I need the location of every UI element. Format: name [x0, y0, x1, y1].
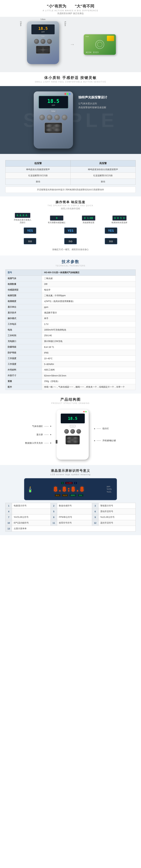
hero-tagline: "小"有所为 "大"有不同: [5, 4, 136, 9]
tech-r2-label: 传感器类型: [5, 287, 42, 293]
tech-r13-label: 防护等级: [5, 350, 42, 356]
legend-num-5: 5: [50, 509, 57, 515]
tech-r19-val: 挎绳一根-一-，气体传感器一一，腕绳一一，鳄鱼夹一个，综绳固定片一个，吊带一个: [42, 384, 136, 390]
tech-r16-label: 外壳材料: [5, 367, 42, 373]
tech-r10-label: 工作时间: [5, 333, 42, 339]
yn-display-yes-3: YES: [105, 227, 117, 234]
yn-display-yes-1: YES: [24, 227, 36, 234]
op-screen-1: 8.8.8.8. 开机状态显示直观人员指引: [14, 213, 32, 224]
tech-r17-val: 92mm×58mm×28.5mm: [42, 373, 136, 378]
tech-r3-label: 检测范围: [5, 293, 42, 299]
tech-r15-label: 工作湿度: [5, 362, 42, 367]
product-images-section: 5.8cm 9.2cm 2.5cm 18.5 ppm hdar: [0, 17, 141, 72]
brand-label-1: hdar: [27, 35, 59, 37]
structure-device: 18.5 hdar: [57, 410, 89, 460]
lcd-display-visual: ⚡ S ALARM C 8.8:8.8 AL-L AL-H ZERO CAL: [24, 478, 117, 500]
op-label-4: 检测加快浓度选择: [111, 221, 127, 224]
feature-section: 体小质轻 手感舒适 按键灵敏 SMALL LIGHT HAND FEEL COM…: [0, 72, 141, 86]
annotation-indicator: 指示灯: [102, 427, 109, 430]
tech-r14-val: 10~40°C: [42, 356, 136, 362]
tech-r8-val: 3.7V: [42, 321, 136, 327]
lcd-indicator-al-l: AL-L: [55, 494, 60, 496]
alarm-desc-text: 让气体浓度从达到高低报警值时能够迅速提醒: [78, 102, 107, 110]
op-display-3: 0 1:00: [82, 216, 95, 220]
tech-r18-label: 重量: [5, 378, 42, 384]
card-photo: 4224 3323 VISA: [84, 34, 116, 55]
legend-desc-5: [57, 509, 92, 515]
annotation-sensor-area: 气体传感区: [32, 425, 43, 428]
device-unit: ppm: [41, 31, 45, 33]
tech-r4-label: 检测精度: [5, 299, 42, 304]
legend-desc-7: %VOL单位符号: [12, 515, 50, 520]
tech-model-label: 型号: [5, 270, 42, 276]
tech-r7-label: 操作模式: [5, 316, 42, 321]
operation-title-en: THE OPERATION IS SIMPLE AND QUICK: [4, 205, 137, 207]
legend-num-2: 2: [50, 503, 57, 509]
large-btn-1[interactable]: [39, 115, 45, 120]
op-screen-2: 0 有关测量传感器确认: [48, 216, 66, 224]
lcd-indicator-alarm: ALARM: [65, 482, 73, 484]
alarm-row-3-high: 振动: [71, 179, 136, 185]
tech-params-table: 型号 HG-MX-C01四一体便携式气体检测仪 检测气体二氧化碳 检测数量2种 …: [5, 270, 136, 390]
yn-display-yes-2: YES: [64, 227, 77, 234]
legend-desc-12: 遥控开启符号: [99, 520, 136, 526]
device-button-3[interactable]: [47, 39, 52, 44]
legend-num-8: 8: [50, 515, 57, 520]
legend-desc-3: 警报显示符号: [99, 503, 136, 509]
lcd-title-en: LCD screen logo symbol meaning: [5, 473, 136, 475]
op-display-2: 0: [50, 216, 63, 220]
lcd-section: 液晶显示屏标识符号意义 LCD screen logo symbol meani…: [0, 465, 141, 535]
operation-subtitle: 按照人性化操作流程: [4, 207, 137, 210]
large-btn-4[interactable]: [62, 115, 67, 120]
tagline-sub-en: 先进的安全保护 放正在身边: [5, 12, 136, 15]
large-btn-2[interactable]: [47, 115, 52, 120]
lcd-title-cn: 液晶显示屏标识符号意义: [5, 469, 136, 473]
tech-title-cn: 技术参数: [5, 259, 136, 265]
tech-r8-label: 工作电压: [5, 321, 42, 327]
yn-yes-1: YES: [24, 227, 36, 234]
tech-r3-val: 二氧化氮：0-5000ppm: [42, 293, 136, 299]
tech-r11-label: 充电接口: [5, 339, 42, 344]
legend-desc-10: 经气流功能符号: [12, 520, 50, 526]
alarm-comparison-table: 低报警 高报警 蜂鸣器发出高频度报警声 蜂鸣器更加快发出高频度报警声 红蓝提醒警…: [5, 160, 136, 185]
device-button-2[interactable]: [40, 39, 45, 44]
struct-btn-1[interactable]: [64, 429, 69, 434]
tech-r1-label: 检测数量: [5, 281, 42, 287]
tech-r2-val: 电化学: [42, 287, 136, 293]
device-photo-1: 5.8cm 9.2cm 2.5cm 18.5 ppm hdar: [25, 21, 61, 68]
low-alarm-header: 低报警: [5, 160, 71, 166]
struct-brand: hdar: [70, 425, 75, 427]
legend-num-1: 1: [5, 503, 12, 509]
tech-r6-label: 显示技术: [5, 310, 42, 316]
large-btn-3[interactable]: [54, 115, 60, 120]
legend-num-10: 10: [5, 520, 12, 526]
structure-annotations-right: 指示灯 开机键/确认键: [94, 427, 116, 442]
yn-display-no-2: no: [64, 238, 77, 244]
tech-r9-label: 电池: [5, 327, 42, 333]
legend-desc-2: 数值传感符号: [57, 503, 92, 509]
legend-desc-8: PPM单位符号: [57, 515, 92, 520]
alarm-row-2-high: 红蓝提醒警示灯闪烁: [71, 173, 136, 179]
annotation-power-btn: 开机键/确认键: [102, 439, 116, 442]
confirm-note: 按确定方式一键完、感觉安全放全放心: [4, 247, 137, 252]
tech-r12-label: 防爆等级: [5, 344, 42, 350]
lcd-indicator-al-h: AL-H: [62, 494, 68, 496]
alarm-row-2-low: 红蓝提醒警示灯闪烁: [5, 173, 71, 179]
lcd-indicator-c: C: [74, 482, 77, 484]
alarm-row-3-low: 振动: [5, 179, 71, 185]
yn-display-no-1: no: [24, 238, 36, 244]
struct-btn-3[interactable]: [76, 429, 81, 434]
lcd-indicator-zero: ZERO: [70, 494, 76, 496]
tech-r7-val: 单手: [42, 316, 136, 321]
tech-r10-val: 250小时: [42, 333, 136, 339]
op-screen-3: 0 1:00 高低报警设置: [82, 216, 95, 224]
alarm-row-1-high: 蜂鸣器更加快发出高频度报警声: [71, 166, 136, 173]
op-label-1: 开机状态显示直观人员指引: [14, 219, 32, 224]
operation-title-cn: 操作简单 响应迅速: [4, 200, 137, 204]
lcd-legend-table: 1 电量显示符号 2 数值传感符号 3 警报显示符号 4 5 6 震动开启符号 …: [5, 503, 136, 532]
alarm-title-text: 独特声光振报警设计: [78, 95, 107, 100]
yn-no-1: no: [24, 238, 36, 244]
high-alarm-header: 高报警: [71, 160, 136, 166]
struct-btn-2[interactable]: [70, 429, 75, 434]
device-button-1[interactable]: [34, 39, 39, 44]
